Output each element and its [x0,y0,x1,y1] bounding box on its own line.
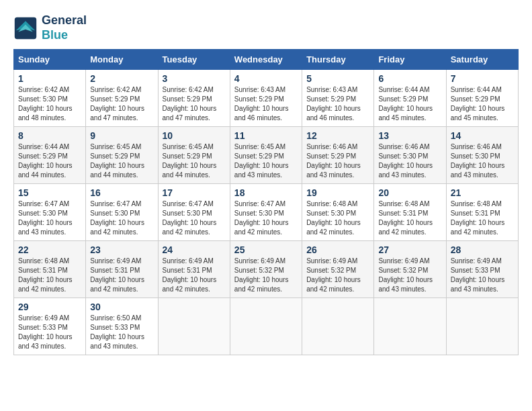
column-header-saturday: Saturday [446,50,518,70]
day-cell [230,298,302,355]
logo-text: General Blue [42,13,87,42]
column-header-wednesday: Wednesday [230,50,302,70]
page-header: General Blue [13,13,519,42]
day-info: Sunrise: 6:44 AM Sunset: 5:29 PM Dayligh… [451,85,514,123]
day-info: Sunrise: 6:47 AM Sunset: 5:30 PM Dayligh… [18,199,81,237]
day-number: 7 [451,73,514,84]
week-row-4: 22 Sunrise: 6:48 AM Sunset: 5:31 PM Dayl… [14,241,519,298]
day-info: Sunrise: 6:45 AM Sunset: 5:29 PM Dayligh… [90,142,153,180]
column-header-sunday: Sunday [14,50,86,70]
day-number: 8 [18,130,81,141]
day-number: 29 [18,302,81,312]
day-cell: 30 Sunrise: 6:50 AM Sunset: 5:33 PM Dayl… [86,298,158,355]
day-info: Sunrise: 6:49 AM Sunset: 5:32 PM Dayligh… [306,257,369,294]
day-number: 9 [90,130,153,141]
day-cell: 3 Sunrise: 6:42 AM Sunset: 5:29 PM Dayli… [158,70,230,127]
day-cell: 1 Sunrise: 6:42 AM Sunset: 5:30 PM Dayli… [14,70,86,127]
day-info: Sunrise: 6:47 AM Sunset: 5:30 PM Dayligh… [234,199,298,237]
day-number: 15 [18,187,81,198]
day-number: 21 [451,187,514,198]
day-cell: 22 Sunrise: 6:48 AM Sunset: 5:31 PM Dayl… [14,241,86,298]
day-cell [374,298,446,355]
day-number: 3 [163,73,226,84]
day-info: Sunrise: 6:42 AM Sunset: 5:29 PM Dayligh… [163,85,226,123]
logo-icon [13,16,38,40]
day-cell: 29 Sunrise: 6:49 AM Sunset: 5:33 PM Dayl… [14,298,86,355]
day-info: Sunrise: 6:49 AM Sunset: 5:33 PM Dayligh… [451,257,514,294]
day-number: 4 [234,73,298,84]
day-info: Sunrise: 6:49 AM Sunset: 5:31 PM Dayligh… [90,257,153,294]
day-number: 11 [234,130,298,141]
column-header-thursday: Thursday [302,50,374,70]
day-cell: 12 Sunrise: 6:46 AM Sunset: 5:29 PM Dayl… [302,127,374,184]
day-number: 25 [234,244,298,255]
column-header-tuesday: Tuesday [158,50,230,70]
day-header-row: SundayMondayTuesdayWednesdayThursdayFrid… [14,50,519,70]
day-cell: 5 Sunrise: 6:43 AM Sunset: 5:29 PM Dayli… [302,70,374,127]
week-row-3: 15 Sunrise: 6:47 AM Sunset: 5:30 PM Dayl… [14,184,519,241]
day-info: Sunrise: 6:42 AM Sunset: 5:29 PM Dayligh… [90,85,153,123]
day-cell: 27 Sunrise: 6:49 AM Sunset: 5:32 PM Dayl… [374,241,446,298]
day-cell: 15 Sunrise: 6:47 AM Sunset: 5:30 PM Dayl… [14,184,86,241]
day-number: 30 [90,302,153,312]
day-cell: 18 Sunrise: 6:47 AM Sunset: 5:30 PM Dayl… [230,184,302,241]
day-number: 19 [306,187,369,198]
week-row-5: 29 Sunrise: 6:49 AM Sunset: 5:33 PM Dayl… [14,298,519,355]
day-cell [446,298,518,355]
week-row-1: 1 Sunrise: 6:42 AM Sunset: 5:30 PM Dayli… [14,70,519,127]
day-number: 26 [306,244,369,255]
day-number: 27 [378,244,441,255]
day-cell [158,298,230,355]
day-cell: 17 Sunrise: 6:47 AM Sunset: 5:30 PM Dayl… [158,184,230,241]
day-cell: 21 Sunrise: 6:48 AM Sunset: 5:31 PM Dayl… [446,184,518,241]
day-cell: 8 Sunrise: 6:44 AM Sunset: 5:29 PM Dayli… [14,127,86,184]
day-info: Sunrise: 6:49 AM Sunset: 5:33 PM Dayligh… [18,314,81,351]
day-number: 22 [18,244,81,255]
day-info: Sunrise: 6:48 AM Sunset: 5:31 PM Dayligh… [451,199,514,237]
day-cell: 7 Sunrise: 6:44 AM Sunset: 5:29 PM Dayli… [446,70,518,127]
day-number: 28 [451,244,514,255]
day-number: 20 [378,187,441,198]
day-number: 2 [90,73,153,84]
day-info: Sunrise: 6:43 AM Sunset: 5:29 PM Dayligh… [306,85,369,123]
day-info: Sunrise: 6:47 AM Sunset: 5:30 PM Dayligh… [90,199,153,237]
logo: General Blue [13,13,87,42]
day-info: Sunrise: 6:46 AM Sunset: 5:30 PM Dayligh… [451,142,514,180]
day-number: 17 [163,187,226,198]
day-info: Sunrise: 6:44 AM Sunset: 5:29 PM Dayligh… [378,85,441,123]
week-row-2: 8 Sunrise: 6:44 AM Sunset: 5:29 PM Dayli… [14,127,519,184]
day-number: 13 [378,130,441,141]
column-header-friday: Friday [374,50,446,70]
column-header-monday: Monday [86,50,158,70]
day-info: Sunrise: 6:46 AM Sunset: 5:30 PM Dayligh… [378,142,441,180]
day-cell: 2 Sunrise: 6:42 AM Sunset: 5:29 PM Dayli… [86,70,158,127]
day-number: 6 [378,73,441,84]
day-info: Sunrise: 6:49 AM Sunset: 5:31 PM Dayligh… [163,257,226,294]
day-number: 16 [90,187,153,198]
day-cell [302,298,374,355]
day-info: Sunrise: 6:49 AM Sunset: 5:32 PM Dayligh… [378,257,441,294]
day-info: Sunrise: 6:43 AM Sunset: 5:29 PM Dayligh… [234,85,298,123]
day-cell: 16 Sunrise: 6:47 AM Sunset: 5:30 PM Dayl… [86,184,158,241]
day-info: Sunrise: 6:45 AM Sunset: 5:29 PM Dayligh… [234,142,298,180]
day-info: Sunrise: 6:48 AM Sunset: 5:31 PM Dayligh… [378,199,441,237]
day-number: 24 [163,244,226,255]
day-cell: 13 Sunrise: 6:46 AM Sunset: 5:30 PM Dayl… [374,127,446,184]
day-cell: 14 Sunrise: 6:46 AM Sunset: 5:30 PM Dayl… [446,127,518,184]
day-cell: 20 Sunrise: 6:48 AM Sunset: 5:31 PM Dayl… [374,184,446,241]
day-cell: 6 Sunrise: 6:44 AM Sunset: 5:29 PM Dayli… [374,70,446,127]
day-cell: 10 Sunrise: 6:45 AM Sunset: 5:29 PM Dayl… [158,127,230,184]
day-info: Sunrise: 6:44 AM Sunset: 5:29 PM Dayligh… [18,142,81,180]
day-cell: 28 Sunrise: 6:49 AM Sunset: 5:33 PM Dayl… [446,241,518,298]
day-cell: 4 Sunrise: 6:43 AM Sunset: 5:29 PM Dayli… [230,70,302,127]
day-cell: 23 Sunrise: 6:49 AM Sunset: 5:31 PM Dayl… [86,241,158,298]
day-info: Sunrise: 6:50 AM Sunset: 5:33 PM Dayligh… [90,314,153,351]
day-cell: 11 Sunrise: 6:45 AM Sunset: 5:29 PM Dayl… [230,127,302,184]
day-number: 1 [18,73,81,84]
day-cell: 26 Sunrise: 6:49 AM Sunset: 5:32 PM Dayl… [302,241,374,298]
day-number: 23 [90,244,153,255]
day-number: 10 [163,130,226,141]
day-info: Sunrise: 6:46 AM Sunset: 5:29 PM Dayligh… [306,142,369,180]
day-number: 12 [306,130,369,141]
day-info: Sunrise: 6:48 AM Sunset: 5:31 PM Dayligh… [18,257,81,294]
